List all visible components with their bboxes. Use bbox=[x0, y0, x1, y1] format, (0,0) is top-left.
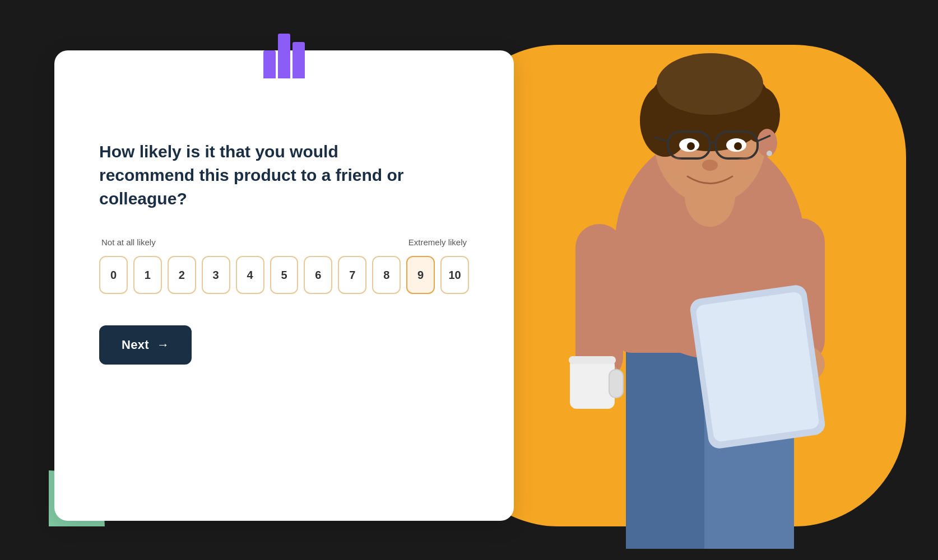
svg-rect-12 bbox=[695, 291, 820, 442]
nps-option-9[interactable]: 9 bbox=[406, 256, 435, 294]
nps-option-0[interactable]: 0 bbox=[99, 256, 128, 294]
next-arrow-icon: → bbox=[157, 338, 169, 352]
scale-labels: Not at all likely Extremely likely bbox=[99, 237, 469, 247]
logo-bar-2 bbox=[278, 34, 290, 78]
nps-option-4[interactable]: 4 bbox=[236, 256, 264, 294]
nps-option-3[interactable]: 3 bbox=[202, 256, 230, 294]
svg-rect-7 bbox=[609, 370, 623, 398]
scale-min-label: Not at all likely bbox=[101, 237, 156, 247]
nps-option-5[interactable]: 5 bbox=[270, 256, 299, 294]
logo-bar-1 bbox=[263, 50, 276, 78]
svg-point-30 bbox=[702, 160, 718, 171]
svg-rect-6 bbox=[570, 358, 615, 409]
scene: How likely is it that you would recommen… bbox=[32, 22, 906, 538]
person-illustration bbox=[503, 11, 884, 549]
survey-card: How likely is it that you would recommen… bbox=[54, 50, 514, 521]
svg-point-32 bbox=[734, 157, 759, 173]
nps-option-2[interactable]: 2 bbox=[168, 256, 196, 294]
svg-rect-1 bbox=[626, 325, 704, 549]
svg-point-18 bbox=[657, 53, 763, 115]
nps-option-7[interactable]: 7 bbox=[338, 256, 366, 294]
nps-option-1[interactable]: 1 bbox=[133, 256, 162, 294]
nps-scale: 0 1 2 3 4 5 6 7 8 9 10 bbox=[99, 256, 469, 294]
nps-option-10[interactable]: 10 bbox=[440, 256, 469, 294]
next-button-label: Next bbox=[122, 338, 149, 352]
svg-point-29 bbox=[734, 142, 742, 150]
nps-option-6[interactable]: 6 bbox=[304, 256, 332, 294]
svg-rect-8 bbox=[569, 356, 616, 364]
logo-bar-3 bbox=[292, 42, 305, 78]
survey-question: How likely is it that you would recommen… bbox=[99, 140, 435, 211]
next-button[interactable]: Next → bbox=[99, 325, 192, 365]
scale-max-label: Extremely likely bbox=[408, 237, 467, 247]
nps-option-8[interactable]: 8 bbox=[372, 256, 401, 294]
logo-icon bbox=[263, 34, 305, 78]
svg-point-31 bbox=[661, 157, 686, 173]
svg-point-20 bbox=[767, 151, 772, 156]
svg-point-28 bbox=[687, 142, 695, 150]
